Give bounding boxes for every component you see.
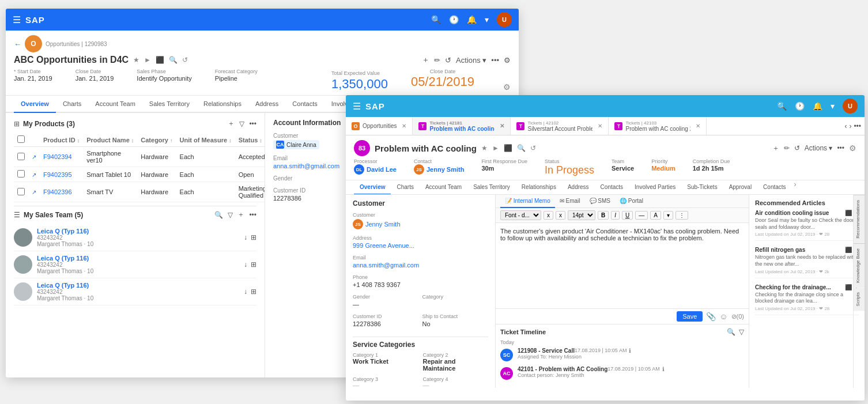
memo-tab-email[interactable]: ✉ Email bbox=[555, 195, 585, 208]
row-checkbox[interactable] bbox=[17, 170, 25, 178]
ticket-tab-account-team[interactable]: Account Team bbox=[420, 180, 467, 195]
row-checkbox[interactable] bbox=[17, 153, 25, 160]
products-more-btn[interactable]: ••• bbox=[249, 119, 256, 129]
products-filter-btn[interactable]: ▽ bbox=[239, 119, 244, 129]
select-all-checkbox[interactable] bbox=[17, 135, 25, 143]
rec-article-title[interactable]: Refill nitrogen gas ⬛ ↗ bbox=[755, 247, 859, 253]
product-id-cell[interactable]: F9402396 bbox=[43, 188, 72, 195]
team-more-btn[interactable]: ••• bbox=[249, 210, 256, 220]
col-product-name[interactable]: Product Name ↕ bbox=[83, 133, 137, 147]
tab-silverstart[interactable]: T Tickets | 42102 Silverstart Account Pr… bbox=[511, 117, 609, 135]
search-icon-2[interactable]: 🔍 bbox=[777, 101, 787, 111]
team-action-2[interactable]: ⊞ bbox=[251, 233, 256, 241]
col-status[interactable]: Status ↕ bbox=[235, 133, 265, 147]
ticket-tab-approval[interactable]: Approval bbox=[723, 180, 757, 195]
bell-icon-1[interactable]: 🔔 bbox=[467, 15, 477, 24]
tab-account-team[interactable]: Account Team bbox=[88, 96, 142, 113]
timeline-info-icon[interactable]: ℹ bbox=[662, 366, 665, 372]
team-action-1[interactable]: ↓ bbox=[244, 233, 247, 241]
attach-icon[interactable]: 📎 bbox=[706, 312, 716, 321]
tab-overview[interactable]: Overview bbox=[14, 96, 56, 113]
team-action-2[interactable]: ⊞ bbox=[251, 288, 256, 296]
product-id-cell[interactable]: F9402394 bbox=[43, 153, 72, 160]
team-name[interactable]: Leica Q (Typ 116) bbox=[37, 228, 93, 235]
hamburger-icon-1[interactable]: ☰ bbox=[13, 14, 21, 25]
tab-sales-territory[interactable]: Sales Territory bbox=[142, 96, 197, 113]
ticket-tab-involved[interactable]: Involved Parties bbox=[629, 180, 681, 195]
ticket-settings-btn[interactable]: ⚙ bbox=[849, 144, 856, 153]
team-filter-btn[interactable]: ▽ bbox=[228, 210, 233, 220]
bold-btn[interactable]: B bbox=[598, 211, 609, 220]
font-x-btn[interactable]: x bbox=[544, 211, 553, 220]
col-uom[interactable]: Unit of Measure ↕ bbox=[176, 133, 235, 147]
memo-tab-sms[interactable]: 💬 SMS bbox=[585, 195, 615, 208]
ticket-edit-btn[interactable]: ✏ bbox=[784, 144, 790, 152]
tab-charts[interactable]: Charts bbox=[56, 96, 88, 113]
ticket-tab-relationships[interactable]: Relationships bbox=[516, 180, 562, 195]
ticket-actions-btn[interactable]: Actions ▾ bbox=[805, 144, 833, 152]
color-dropdown[interactable]: ▾ bbox=[663, 211, 673, 220]
hamburger-icon-2[interactable]: ☰ bbox=[353, 101, 361, 112]
ticket-add-btn[interactable]: ＋ bbox=[772, 144, 779, 153]
memo-content[interactable]: The customer's given product 'Air Condit… bbox=[496, 223, 749, 308]
size-select[interactable]: 14pt bbox=[568, 210, 595, 220]
font-select[interactable]: Font - d... bbox=[500, 210, 541, 220]
tab-opp-close[interactable]: ✕ bbox=[402, 123, 406, 129]
products-add-btn[interactable]: ＋ bbox=[228, 119, 235, 129]
play-icon[interactable]: ► bbox=[144, 56, 151, 64]
rec-article-title[interactable]: Checking for the drainage... ⬛ ↗ bbox=[755, 284, 859, 290]
ticket-star[interactable]: ★ bbox=[481, 144, 488, 152]
back-button[interactable]: ← bbox=[14, 40, 21, 48]
save-memo-btn[interactable]: Save bbox=[677, 311, 703, 322]
ticket-refresh-btn[interactable]: ↺ bbox=[794, 144, 800, 152]
ticket-tab-contacts[interactable]: Contacts bbox=[595, 180, 629, 195]
star-icon[interactable]: ★ bbox=[133, 56, 139, 64]
tab-address[interactable]: Address bbox=[248, 96, 285, 113]
search-icon-opp[interactable]: 🔍 bbox=[169, 56, 178, 64]
user-avatar-1[interactable]: U bbox=[497, 12, 512, 27]
edit-button[interactable]: ✏ bbox=[434, 56, 440, 65]
timeline-search-btn[interactable]: 🔍 bbox=[727, 328, 735, 336]
more-button[interactable]: ••• bbox=[491, 56, 499, 65]
team-name[interactable]: Leica Q (Typ 116) bbox=[37, 255, 93, 262]
tab-relationships[interactable]: Relationships bbox=[197, 96, 248, 113]
ticket-pin[interactable]: ► bbox=[492, 144, 499, 152]
ticket-tab-charts[interactable]: Charts bbox=[391, 180, 419, 195]
tab-ac-close[interactable]: ✕ bbox=[500, 123, 504, 129]
tab-more-btn[interactable]: ••• bbox=[854, 122, 861, 130]
user-avatar-2[interactable]: U bbox=[843, 99, 858, 114]
tab-ac-cooling[interactable]: T Tickets | 42181 Problem with AC coolin… bbox=[413, 117, 511, 135]
col-product-id[interactable]: Product ID ↕ bbox=[40, 133, 83, 147]
search-icon-1[interactable]: 🔍 bbox=[431, 15, 441, 24]
clock-icon-2[interactable]: 🕐 bbox=[795, 101, 805, 111]
ticket-tab-address[interactable]: Address bbox=[562, 180, 595, 195]
rec-article-icon1[interactable]: ⬛ bbox=[845, 247, 852, 253]
ticket-more-btn[interactable]: ••• bbox=[837, 144, 844, 152]
ticket-tab-subtickets[interactable]: Sub-Tickets bbox=[681, 180, 723, 195]
ticket-tab-overview[interactable]: Overview bbox=[354, 180, 391, 195]
side-tab-recommendations[interactable]: Recommendations bbox=[854, 195, 865, 243]
team-add-btn[interactable]: ＋ bbox=[237, 210, 244, 220]
add-button[interactable]: ＋ bbox=[422, 55, 429, 65]
tab-next-btn[interactable]: › bbox=[849, 122, 851, 130]
col-category[interactable]: Category ↑ bbox=[137, 133, 176, 147]
rec-article-icon1[interactable]: ⬛ bbox=[845, 210, 852, 216]
ticket-tab-contacts2[interactable]: Contacts bbox=[757, 180, 791, 195]
timeline-item-title[interactable]: 121908 - Service Call bbox=[518, 348, 575, 354]
ticket-grid[interactable]: ⬛ bbox=[504, 144, 512, 152]
memo-tab-portal[interactable]: 🌐 Portal bbox=[615, 195, 648, 208]
team-search-btn[interactable]: 🔍 bbox=[214, 210, 223, 220]
clock-icon-1[interactable]: 🕐 bbox=[449, 15, 459, 24]
ticket-nav-more[interactable]: › bbox=[794, 180, 797, 194]
grid-icon[interactable]: ⬛ bbox=[156, 56, 164, 64]
strikethrough-btn[interactable]: — bbox=[635, 211, 648, 220]
team-action-1[interactable]: ↓ bbox=[244, 288, 247, 296]
underline-btn[interactable]: U bbox=[622, 211, 633, 220]
memo-tab-internal[interactable]: 📝 Internal Memo bbox=[500, 195, 555, 208]
more-format-btn[interactable]: ⋮ bbox=[675, 211, 688, 220]
refresh-button[interactable]: ↺ bbox=[445, 56, 451, 65]
team-action-1[interactable]: ↓ bbox=[244, 260, 247, 269]
timeline-info-icon[interactable]: ℹ bbox=[629, 348, 631, 354]
dropdown-icon-2[interactable]: ▾ bbox=[831, 101, 835, 111]
row-checkbox[interactable] bbox=[17, 188, 25, 195]
